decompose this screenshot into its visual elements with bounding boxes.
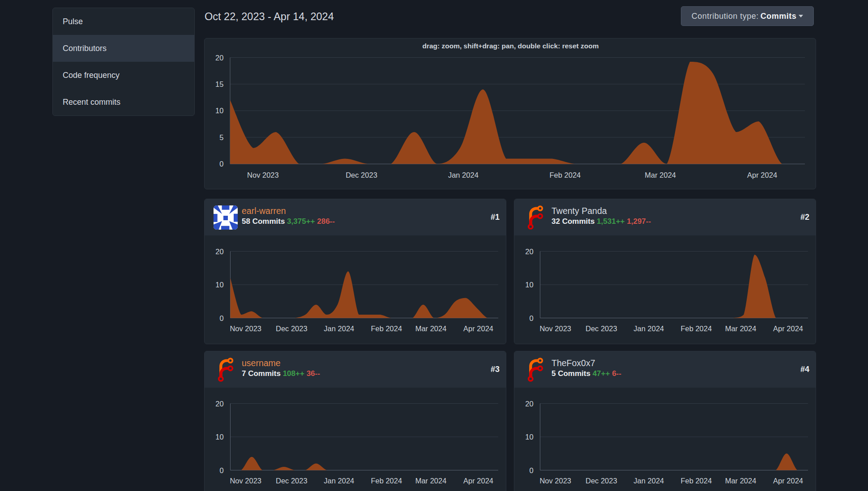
svg-text:10: 10 [215, 281, 223, 289]
svg-text:Jan 2024: Jan 2024 [633, 477, 664, 485]
svg-text:Apr 2024: Apr 2024 [463, 477, 493, 485]
svg-text:Nov 2023: Nov 2023 [230, 477, 261, 485]
svg-text:Apr 2024: Apr 2024 [747, 171, 777, 179]
svg-text:10: 10 [525, 433, 533, 441]
svg-text:Feb 2024: Feb 2024 [371, 324, 402, 333]
svg-text:Jan 2024: Jan 2024 [448, 171, 479, 179]
svg-text:Nov 2023: Nov 2023 [230, 324, 261, 333]
svg-text:Feb 2024: Feb 2024 [680, 324, 712, 333]
svg-text:Apr 2024: Apr 2024 [463, 324, 493, 333]
svg-text:Dec 2023: Dec 2023 [346, 171, 377, 179]
svg-text:10: 10 [215, 107, 223, 115]
svg-text:20: 20 [215, 248, 223, 256]
svg-text:20: 20 [215, 54, 223, 62]
svg-text:5: 5 [219, 133, 223, 141]
svg-text:10: 10 [525, 281, 533, 289]
svg-text:20: 20 [215, 400, 223, 408]
svg-text:0: 0 [220, 314, 224, 322]
svg-text:Jan 2024: Jan 2024 [324, 324, 354, 333]
svg-text:Jan 2024: Jan 2024 [633, 324, 664, 333]
svg-text:Dec 2023: Dec 2023 [276, 324, 308, 333]
svg-text:Mar 2024: Mar 2024 [645, 171, 676, 179]
svg-text:Feb 2024: Feb 2024 [680, 477, 712, 485]
svg-text:Nov 2023: Nov 2023 [539, 477, 571, 485]
svg-text:20: 20 [525, 400, 533, 408]
svg-text:Mar 2024: Mar 2024 [725, 324, 757, 333]
svg-text:Mar 2024: Mar 2024 [725, 477, 757, 485]
svg-text:0: 0 [530, 314, 534, 322]
svg-text:Jan 2024: Jan 2024 [324, 477, 354, 485]
svg-text:Dec 2023: Dec 2023 [276, 477, 308, 485]
svg-text:Dec 2023: Dec 2023 [586, 324, 617, 333]
svg-text:Feb 2024: Feb 2024 [550, 171, 581, 179]
svg-text:Apr 2024: Apr 2024 [773, 324, 803, 333]
svg-text:0: 0 [530, 466, 534, 474]
svg-text:drag: zoom, shift+drag: pan, d: drag: zoom, shift+drag: pan, double clic… [422, 42, 599, 50]
svg-text:Dec 2023: Dec 2023 [586, 477, 617, 485]
svg-text:Apr 2024: Apr 2024 [773, 477, 803, 485]
svg-text:10: 10 [215, 433, 223, 441]
svg-text:Mar 2024: Mar 2024 [415, 477, 447, 485]
svg-text:20: 20 [525, 248, 533, 256]
svg-text:Mar 2024: Mar 2024 [415, 324, 447, 333]
svg-text:Nov 2023: Nov 2023 [247, 171, 279, 179]
svg-text:0: 0 [220, 466, 224, 474]
svg-text:Nov 2023: Nov 2023 [539, 324, 571, 333]
svg-text:Feb 2024: Feb 2024 [371, 477, 402, 485]
svg-text:15: 15 [215, 80, 223, 88]
svg-text:0: 0 [219, 160, 223, 168]
